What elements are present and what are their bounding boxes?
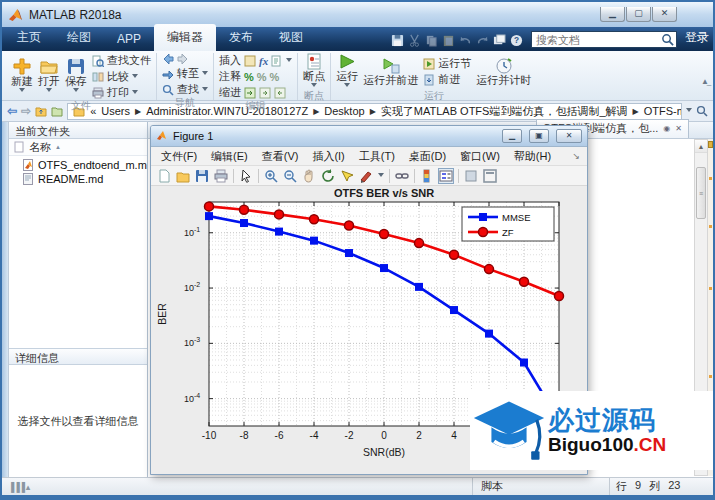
tab-apps[interactable]: APP: [104, 28, 154, 51]
tab-home[interactable]: 主页: [4, 25, 54, 51]
name-column-header[interactable]: 名称 ▲: [9, 139, 147, 156]
minimize-button[interactable]: ▁: [600, 7, 625, 22]
menu-insert[interactable]: 插入(I): [305, 147, 351, 166]
run-section-button[interactable]: 运行节: [423, 56, 471, 71]
comment-button[interactable]: 注释 % % %: [219, 69, 292, 84]
pointer-icon[interactable]: [239, 169, 253, 183]
analyzer-mark[interactable]: [709, 287, 712, 290]
copy-icon[interactable]: [425, 34, 438, 47]
breadcrumb-dropdown-icon[interactable]: [686, 108, 692, 115]
collapse-ribbon-icon[interactable]: ▲̲: [701, 77, 709, 86]
goto-button[interactable]: 转至: [162, 66, 208, 81]
paste-icon[interactable]: [442, 34, 455, 47]
save-figure-icon[interactable]: [195, 169, 209, 183]
tab-menu-icon[interactable]: ◉: [663, 124, 670, 133]
file-row[interactable]: OTFS_endtoend_m.m: [9, 158, 147, 172]
undo-icon[interactable]: [459, 34, 472, 47]
breadcrumb[interactable]: « Users ▶ Administrator.WIN7U-20180127Z …: [67, 103, 682, 120]
menu-tools[interactable]: 工具(T): [352, 147, 402, 166]
maximize-button[interactable]: ▢: [626, 7, 651, 22]
open-button[interactable]: 打开: [38, 58, 60, 95]
print-button[interactable]: 打印: [92, 85, 151, 100]
pan-icon[interactable]: [302, 169, 316, 183]
menu-overflow-icon[interactable]: ↘: [572, 151, 584, 161]
folder-search-icon[interactable]: [696, 105, 708, 117]
uncomment-icon[interactable]: %: [257, 71, 267, 83]
new-figure-icon[interactable]: [157, 169, 171, 183]
run-advance-button[interactable]: 运行并前进: [363, 57, 418, 86]
analyzer-mark[interactable]: [709, 225, 712, 228]
statusbar-grip-icon[interactable]: ▐▐▐ ▴: [8, 482, 29, 492]
figure-restore-button[interactable]: ▣: [529, 129, 549, 143]
tab-editor[interactable]: 编辑器: [154, 24, 216, 51]
figure-close-button[interactable]: ✕: [556, 129, 582, 143]
undock-figure-icon[interactable]: [483, 169, 497, 183]
zoom-in-icon[interactable]: [264, 169, 278, 183]
tab-publish[interactable]: 发布: [216, 25, 266, 51]
switch-window-icon[interactable]: [493, 34, 506, 47]
scroll-up-icon[interactable]: ▲: [695, 140, 707, 153]
open-file-icon[interactable]: [176, 169, 190, 183]
legend-icon[interactable]: [439, 169, 453, 183]
menu-view[interactable]: 查看(V): [255, 147, 306, 166]
wrap-comment-icon[interactable]: %: [270, 71, 280, 83]
new-script-button[interactable]: 新建: [11, 58, 33, 95]
zoom-out-icon[interactable]: [283, 169, 297, 183]
breakpoints-button[interactable]: 断点: [303, 53, 325, 90]
help-icon[interactable]: ?: [510, 34, 523, 47]
menu-help[interactable]: 帮助(H): [507, 147, 558, 166]
forward-icon[interactable]: [177, 53, 189, 65]
data-cursor-icon[interactable]: [340, 169, 354, 183]
save-button[interactable]: 保存: [65, 58, 87, 95]
close-button[interactable]: ✕: [652, 7, 677, 22]
insert-block-icon[interactable]: [271, 55, 283, 67]
insert-button[interactable]: 插入 fx: [219, 53, 292, 68]
file-row[interactable]: README.md: [9, 172, 147, 186]
advance-button[interactable]: 前进: [423, 72, 471, 87]
menu-file[interactable]: 文件(F): [154, 147, 204, 166]
run-time-button[interactable]: 运行并计时: [476, 57, 531, 86]
new-label: 新建: [11, 75, 33, 87]
brush-dropdown-icon[interactable]: [378, 173, 384, 180]
redo-icon[interactable]: [476, 34, 489, 47]
details-header[interactable]: 详细信息: [9, 348, 147, 365]
current-folder-header[interactable]: 当前文件夹: [9, 122, 147, 139]
tab-close-icon[interactable]: ✕: [675, 124, 682, 133]
comment-icon[interactable]: %: [244, 71, 254, 83]
indent-right-icon[interactable]: [259, 87, 271, 99]
cut-icon[interactable]: [408, 34, 421, 47]
breadcrumb-segment[interactable]: 实现了MATLAB OTFS端到端仿真，包括调制_解调: [381, 104, 628, 119]
tab-plots[interactable]: 绘图: [54, 25, 104, 51]
analyzer-status-icon[interactable]: [708, 141, 713, 148]
breadcrumb-segment[interactable]: Desktop: [324, 105, 364, 117]
print-figure-icon[interactable]: [214, 169, 228, 183]
run-button[interactable]: 运行: [336, 53, 358, 90]
brush-icon[interactable]: [359, 169, 373, 183]
menu-edit[interactable]: 编辑(E): [204, 147, 255, 166]
find-files-button[interactable]: 查找文件: [92, 53, 151, 68]
smart-indent-icon[interactable]: [244, 87, 256, 99]
login-button[interactable]: 登录: [685, 29, 709, 46]
analyzer-mark[interactable]: [709, 177, 712, 180]
link-plots-icon[interactable]: [395, 169, 409, 183]
tab-view[interactable]: 视图: [266, 25, 316, 51]
compare-button[interactable]: 比较: [92, 69, 151, 84]
breadcrumb-segment[interactable]: OTFS-main: [644, 105, 682, 117]
back-icon[interactable]: [162, 53, 174, 65]
rotate-3d-icon[interactable]: [321, 169, 335, 183]
doc-search-input[interactable]: [532, 34, 661, 46]
menu-window[interactable]: 窗口(W): [453, 147, 507, 166]
analyzer-mark[interactable]: [709, 375, 712, 378]
figure-minimize-button[interactable]: ▁: [502, 129, 522, 143]
colorbar-icon[interactable]: [420, 169, 434, 183]
figure-title-bar[interactable]: Figure 1 ▁ ▣ ✕: [151, 126, 587, 147]
scrollbar-thumb[interactable]: ≡: [696, 167, 706, 219]
indent-button[interactable]: 缩进: [219, 85, 292, 100]
find-button[interactable]: 查找: [162, 82, 208, 97]
insert-function-icon[interactable]: fx: [259, 55, 268, 67]
search-icon[interactable]: [661, 33, 674, 46]
indent-left-icon[interactable]: [274, 87, 286, 99]
save-icon[interactable]: [391, 34, 404, 47]
menu-desktop[interactable]: 桌面(D): [402, 147, 453, 166]
dock-figure-icon[interactable]: [464, 169, 478, 183]
